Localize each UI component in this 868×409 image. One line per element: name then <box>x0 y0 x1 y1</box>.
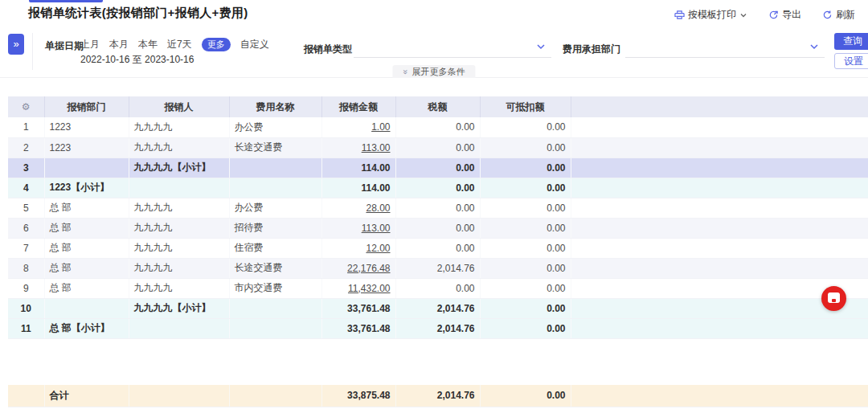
table-body: 11223九九九九办公费1.000.000.0021223九九九九长途交通费11… <box>8 117 868 338</box>
cell-person: 九九九九【小计】 <box>129 298 229 318</box>
chevron-down-icon[interactable] <box>809 41 820 52</box>
cell-amount[interactable]: 12.00 <box>321 238 395 258</box>
cell-tax: 0.00 <box>395 178 480 198</box>
amount-link[interactable]: 1.00 <box>371 121 390 133</box>
cell-deductible: 0.00 <box>480 298 571 318</box>
refresh-icon <box>822 10 833 20</box>
cost-dept-filter-label: 费用承担部门 <box>563 43 620 56</box>
table-row[interactable]: 8总 部九九九九长途交通费22,176.482,014.760.00 <box>8 258 868 278</box>
cell-person: 九九九九 <box>129 117 229 137</box>
date-option-custom[interactable]: 自定义 <box>240 38 269 51</box>
date-option-last-7-days[interactable]: 近7天 <box>167 38 192 51</box>
total-tax: 2,014.76 <box>395 385 480 407</box>
column-header-tax[interactable]: 税额 <box>395 96 480 117</box>
table-row[interactable]: 11总 部【小计】33,761.482,014.760.00 <box>8 318 868 338</box>
chevron-down-icon[interactable] <box>535 41 547 52</box>
amount-link[interactable]: 28.00 <box>366 202 390 214</box>
page-title: 报销单统计表(按报销部门+报销人+费用) <box>28 6 248 21</box>
column-header-amount[interactable]: 报销金额 <box>321 96 395 117</box>
page: 报销单统计表(按报销部门+报销人+费用) 按模板打印 导出 <box>0 0 868 409</box>
date-option-more-pill[interactable]: 更多 <box>202 38 231 51</box>
expense-type-select[interactable] <box>354 57 551 58</box>
cell-dept: 总 部 <box>44 238 129 258</box>
cell-tax: 0.00 <box>395 198 480 218</box>
cell-deductible: 0.00 <box>480 258 571 278</box>
cell-amount[interactable]: 11,432.00 <box>321 278 395 298</box>
cell-filler <box>571 238 868 258</box>
cell-tax: 0.00 <box>395 278 480 298</box>
amount-link[interactable]: 12.00 <box>366 243 390 254</box>
date-option-last-month[interactable]: 上月 <box>80 38 100 51</box>
column-header-filler <box>571 96 868 117</box>
column-header-deductible[interactable]: 可抵扣额 <box>480 96 571 117</box>
cell-amount[interactable]: 113.00 <box>321 137 395 157</box>
date-range-value[interactable]: 2022-10-16 至 2023-10-16 <box>80 53 194 67</box>
cell-amount[interactable]: 113.00 <box>321 218 395 238</box>
table-row[interactable]: 21223九九九九长途交通费113.000.000.00 <box>8 137 868 157</box>
cell-amount: 33,761.48 <box>321 298 395 318</box>
floating-help-button[interactable] <box>821 286 846 311</box>
cell-amount[interactable]: 22,176.48 <box>321 258 395 278</box>
table-row[interactable]: 41223【小计】114.000.000.00 <box>8 178 868 198</box>
cell-person: 九九九九 <box>129 218 229 238</box>
table-row[interactable]: 10九九九九【小计】33,761.482,014.760.00 <box>8 298 868 318</box>
table-row[interactable]: 9总 部九九九九市内交通费11,432.000.000.00 <box>8 278 868 298</box>
cost-dept-select[interactable] <box>625 57 825 58</box>
print-by-template-button[interactable]: 按模板打印 <box>674 8 747 22</box>
cell-expense <box>229 178 321 198</box>
chevron-down-icon[interactable] <box>739 11 747 19</box>
column-header-expense[interactable]: 费用名称 <box>229 96 321 117</box>
cell-amount[interactable]: 1.00 <box>321 117 395 137</box>
cell-person: 九九九九 <box>129 238 229 258</box>
print-label: 按模板打印 <box>688 8 736 22</box>
cell <box>571 385 868 407</box>
cell-person: 九九九九【小计】 <box>129 157 229 178</box>
cell-deductible: 0.00 <box>480 238 571 258</box>
column-header-dept[interactable]: 报销部门 <box>44 96 129 117</box>
row-number: 2 <box>8 137 44 157</box>
cell-deductible: 0.00 <box>480 137 571 157</box>
row-number: 11 <box>8 318 44 338</box>
cell <box>229 385 321 407</box>
column-header-person[interactable]: 报销人 <box>129 96 229 117</box>
refresh-button[interactable]: 刷新 <box>822 8 855 22</box>
cell-expense: 办公费 <box>229 198 321 218</box>
table-row[interactable]: 6总 部九九九九招待费113.000.000.00 <box>8 218 868 238</box>
cell-amount: 33,761.48 <box>321 318 395 338</box>
row-number: 10 <box>8 298 44 318</box>
cell <box>129 385 229 407</box>
cell-person <box>129 178 229 198</box>
amount-link[interactable]: 113.00 <box>362 223 391 234</box>
cell-deductible: 0.00 <box>480 318 571 338</box>
printer-icon <box>674 10 685 20</box>
table-row[interactable]: 3九九九九【小计】114.000.000.00 <box>8 157 868 178</box>
total-row-number-cell <box>8 385 44 407</box>
date-option-this-month[interactable]: 本月 <box>109 38 129 51</box>
date-option-this-year[interactable]: 本年 <box>138 38 158 51</box>
table-row[interactable]: 11223九九九九办公费1.000.000.00 <box>8 117 868 137</box>
export-button[interactable]: 导出 <box>768 8 801 22</box>
settings-button[interactable]: 设置 <box>834 53 868 69</box>
table-row[interactable]: 5总 部九九九九办公费28.000.000.00 <box>8 198 868 218</box>
amount-link[interactable]: 11,432.00 <box>348 283 391 294</box>
cell-filler <box>571 117 868 137</box>
expand-more-conditions-button[interactable]: » 展开更多条件 <box>392 65 475 78</box>
amount-link[interactable]: 113.00 <box>362 142 391 153</box>
table-row[interactable]: 7总 部九九九九住宿费12.000.000.00 <box>8 238 868 258</box>
cell-deductible: 0.00 <box>480 117 571 137</box>
cell-filler <box>571 157 868 178</box>
cell-person: 九九九九 <box>129 258 229 278</box>
total-label: 合计 <box>44 385 129 407</box>
cell-filler <box>571 318 868 338</box>
double-chevron-down-icon: » <box>401 69 410 74</box>
cell-tax: 0.00 <box>395 218 480 238</box>
cell-amount[interactable]: 28.00 <box>321 198 395 218</box>
cell-dept <box>44 157 129 178</box>
amount-link[interactable]: 22,176.48 <box>347 263 390 274</box>
filter-panel: » 单据日期 上月 本月 本年 近7天 更多 自定义 2022-10-16 至 … <box>0 27 868 78</box>
query-button[interactable]: 查询 <box>834 33 868 50</box>
cell-dept <box>44 298 129 318</box>
cell-tax: 2,014.76 <box>395 258 480 278</box>
collapse-panel-button[interactable]: » <box>8 34 24 55</box>
column-settings-header[interactable]: ⚙ <box>8 96 44 117</box>
